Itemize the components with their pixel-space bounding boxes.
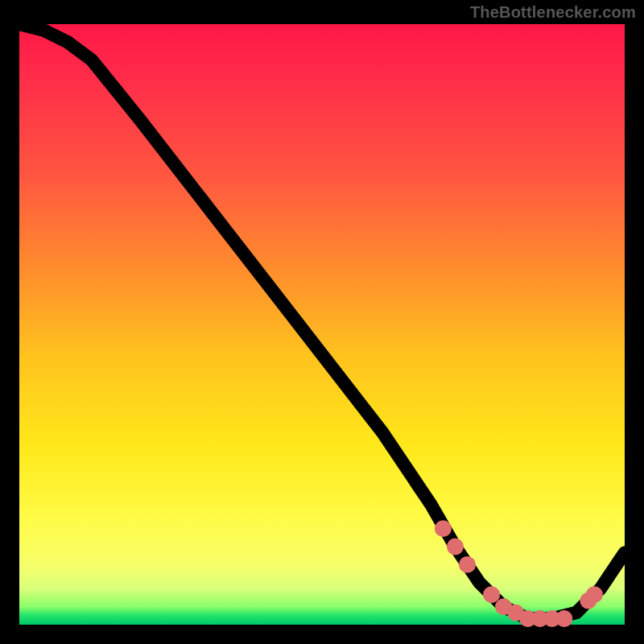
curve-svg bbox=[19, 24, 625, 625]
highlight-dot bbox=[450, 541, 461, 551]
chart-frame: TheBottlenecker.com bbox=[0, 0, 644, 644]
highlight-dot bbox=[486, 589, 497, 600]
highlight-dot bbox=[438, 523, 449, 534]
plot-area bbox=[19, 24, 625, 625]
highlight-dot bbox=[559, 613, 570, 624]
highlight-dot bbox=[589, 589, 601, 600]
bottleneck-curve-line bbox=[19, 24, 625, 619]
highlight-dot bbox=[510, 607, 522, 617]
watermark-text: TheBottlenecker.com bbox=[470, 3, 636, 22]
highlight-dot bbox=[462, 559, 473, 570]
highlight-dot bbox=[498, 601, 510, 612]
